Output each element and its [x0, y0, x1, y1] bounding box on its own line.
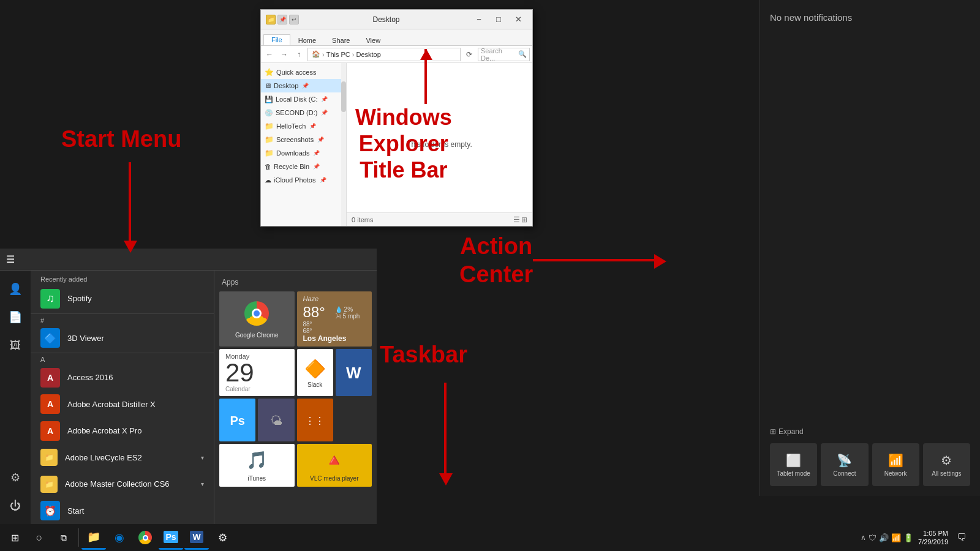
- acrobat-distiller-label: Adobe Acrobat Distiller X: [67, 400, 156, 409]
- search-box[interactable]: Search De... 🔍: [478, 48, 530, 61]
- ac-network-button[interactable]: 📶 Network: [872, 443, 919, 486]
- start-apps-list: Recently added ♫ Spotify # 🔷 3D Viewer A…: [31, 271, 214, 524]
- ac-connect-button[interactable]: 📡 Connect: [821, 443, 868, 486]
- ac-tablet-mode-button[interactable]: ⬜ Tablet mode: [770, 443, 817, 486]
- start-sidebar-icons: 👤 📄 🖼 ⚙ ⏻: [0, 271, 31, 524]
- tile-weather2[interactable]: 🌤: [258, 399, 294, 441]
- pin-icon: 📌: [302, 83, 309, 89]
- app-spotify[interactable]: ♫ Spotify: [31, 285, 214, 312]
- tile-slack[interactable]: 🔶 Slack: [297, 349, 333, 396]
- app-acrobat-pro[interactable]: A Adobe Acrobat X Pro: [31, 418, 214, 444]
- taskbar-arrow-line: [444, 383, 447, 474]
- acrobat-pro-icon: A: [40, 421, 60, 441]
- undo-icon: ↩: [289, 15, 299, 24]
- notification-center-button[interactable]: 🗨: [951, 525, 973, 550]
- ribbon-tabs: File Home Share View: [261, 29, 532, 45]
- app-master-collection[interactable]: 📁 Adobe Master Collection CS6 ▾: [31, 471, 214, 498]
- sidebar-second-drive[interactable]: 💿 SECOND (D:) 📌: [261, 106, 346, 119]
- hellotech-icon: 📁: [265, 122, 274, 130]
- sidebar-quick-access[interactable]: ⭐ Quick access: [261, 66, 346, 79]
- scrollbar-thumb[interactable]: [341, 81, 346, 112]
- tile-vlc[interactable]: 🔺 VLC media player: [297, 444, 372, 487]
- taskbar-photoshop-button[interactable]: Ps: [159, 525, 183, 550]
- hamburger-icon[interactable]: ☰: [6, 253, 15, 265]
- tile-itunes[interactable]: 🎵 iTunes: [219, 444, 295, 487]
- recycle-label: Recycle Bin: [274, 163, 309, 170]
- viewer3d-label: 3D Viewer: [67, 334, 104, 343]
- search-icon: 🔍: [518, 50, 527, 58]
- tab-file[interactable]: File: [263, 34, 290, 45]
- word-icon: W: [346, 364, 361, 383]
- taskbar-word-button[interactable]: W: [184, 525, 209, 550]
- sidebar-icloud[interactable]: ☁ iCloud Photos 📌: [261, 173, 346, 187]
- tile-calendar[interactable]: Monday 29 Calendar: [219, 349, 295, 396]
- tile-weather[interactable]: Haze 88° 88°68° 💧 2% 🌬 5 mph Los Angeles: [297, 291, 372, 347]
- search-button[interactable]: ○: [28, 525, 50, 550]
- sidebar-hellotech[interactable]: 📁 HelloTech 📌: [261, 119, 346, 133]
- tab-view[interactable]: View: [358, 35, 388, 45]
- tile-other[interactable]: ⋮⋮: [297, 399, 333, 441]
- close-button[interactable]: ✕: [509, 13, 527, 26]
- tab-home[interactable]: Home: [290, 35, 324, 45]
- start-power-icon[interactable]: ⏻: [2, 492, 29, 519]
- weather-condition: Haze: [303, 295, 319, 302]
- ac-expand-button[interactable]: ⊞ Expand: [770, 427, 970, 436]
- list-view-icon[interactable]: ☰: [513, 216, 520, 224]
- tile-chrome[interactable]: Google Chrome: [219, 291, 295, 347]
- app-livecycle[interactable]: 📁 Adobe LiveCycle ES2 ▾: [31, 444, 214, 471]
- app-access[interactable]: A Access 2016: [31, 364, 214, 391]
- back-button[interactable]: ←: [263, 48, 276, 61]
- start-user-icon[interactable]: 👤: [2, 276, 29, 302]
- minimize-button[interactable]: −: [470, 13, 488, 26]
- app-alarms[interactable]: ⏰ Start: [31, 498, 214, 525]
- settings-icon: ⚙: [218, 531, 227, 544]
- start-button[interactable]: ⊞: [2, 525, 27, 550]
- ac-quick-actions: ⬜ Tablet mode 📡 Connect 📶 Network ⚙ All …: [770, 443, 970, 486]
- start-menu-body: 👤 📄 🖼 ⚙ ⏻ Recently added ♫ Spotify # 🔷 3…: [0, 271, 377, 524]
- desktop-icon: 🖥: [265, 82, 271, 89]
- tablet-mode-label: Tablet mode: [777, 470, 810, 477]
- sidebar-recycle-bin[interactable]: 🗑 Recycle Bin 📌: [261, 160, 346, 173]
- viewer3d-icon: 🔷: [40, 328, 60, 348]
- grid-view-icon[interactable]: ⊞: [521, 216, 527, 224]
- refresh-button[interactable]: ⟳: [463, 48, 475, 61]
- sidebar-desktop[interactable]: 🖥 Desktop 📌: [261, 79, 346, 92]
- task-view-button[interactable]: ⧉: [51, 525, 76, 550]
- tiles-grid: Google Chrome Haze 88° 88°68° 💧 2% 🌬 5 m…: [219, 291, 372, 487]
- taskbar-edge-button[interactable]: ◉: [107, 525, 132, 550]
- tile-word[interactable]: W: [336, 349, 372, 396]
- tray-clock[interactable]: 1:05 PM 7/29/2019: [918, 529, 948, 547]
- maximize-button[interactable]: □: [489, 13, 508, 26]
- taskbar-explorer-button[interactable]: 📁: [81, 525, 106, 550]
- localdisk-label: Local Disk (C:: [276, 96, 317, 103]
- start-menu-header: ☰: [0, 249, 377, 271]
- tray-up-arrow[interactable]: ∧: [861, 533, 866, 542]
- sidebar-localdisk[interactable]: 💾 Local Disk (C: 📌: [261, 92, 346, 106]
- start-docs-icon[interactable]: 📄: [2, 304, 29, 331]
- address-path[interactable]: 🏠 › This PC › Desktop: [307, 48, 461, 61]
- master-collection-expand-icon: ▾: [201, 481, 204, 487]
- start-photos-icon[interactable]: 🖼: [2, 332, 29, 359]
- seconddrive-icon: 💿: [265, 109, 273, 117]
- pin-icon7: 📌: [313, 163, 320, 170]
- tray-speaker-icon[interactable]: 🔊: [879, 533, 889, 542]
- app-acrobat-distiller[interactable]: A Adobe Acrobat Distiller X: [31, 391, 214, 418]
- tray-network-icon[interactable]: 📶: [891, 533, 901, 542]
- up-button[interactable]: ↑: [293, 48, 305, 61]
- start-settings-icon[interactable]: ⚙: [2, 464, 29, 491]
- forward-button[interactable]: →: [278, 48, 290, 61]
- spotify-icon: ♫: [40, 289, 60, 309]
- app-3d-viewer[interactable]: 🔷 3D Viewer: [31, 325, 214, 352]
- tab-share[interactable]: Share: [324, 35, 358, 45]
- alarms-label: Start: [67, 506, 84, 515]
- calendar-tile-label: Calendar: [225, 386, 251, 392]
- ac-all-settings-button[interactable]: ⚙ All settings: [923, 443, 970, 486]
- icloud-label: iCloud Photos: [274, 176, 316, 184]
- taskbar-chrome-button[interactable]: [133, 525, 157, 550]
- pin-icon5: 📌: [317, 137, 324, 143]
- sidebar-scrollbar[interactable]: [341, 63, 346, 226]
- sidebar-downloads[interactable]: 📁 Downloads 📌: [261, 146, 346, 160]
- taskbar-settings-button[interactable]: ⚙: [210, 525, 235, 550]
- sidebar-screenshots[interactable]: 📁 Screenshots 📌: [261, 133, 346, 146]
- tile-photoshop[interactable]: Ps: [219, 399, 255, 441]
